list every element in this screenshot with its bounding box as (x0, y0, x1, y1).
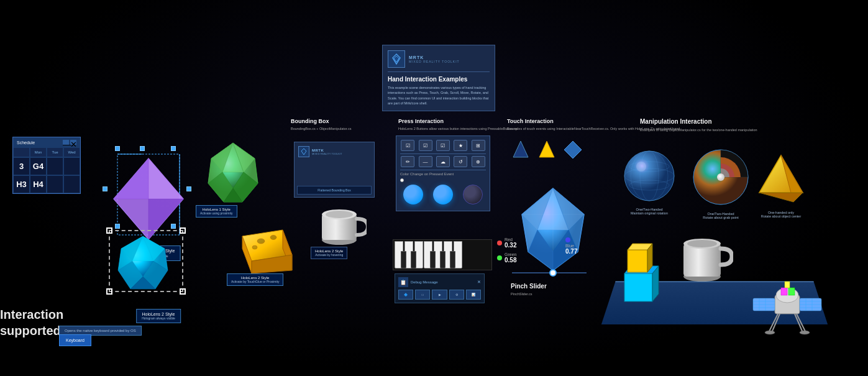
flat-panel-header: MRTK MIXED REALITY TOOLKIT (298, 146, 370, 157)
svg-point-57 (717, 173, 724, 181)
svg-point-32 (252, 245, 257, 249)
red-slider-row: Red 0.32 (497, 237, 516, 249)
lander-svg (750, 277, 825, 345)
flat-panel-footer: Flattened Bounding Box (297, 186, 372, 195)
touch-shape-1 (511, 140, 531, 160)
color-sliders-container: Red 0.32 Green 0.58 (497, 237, 516, 264)
press-divider-2 (400, 170, 486, 170)
flat-panel-title-block: MRTK MIXED REALITY TOOLKIT (312, 149, 342, 155)
grid-cell-g4: G4 (30, 157, 47, 175)
close-button[interactable]: ✕ (70, 140, 76, 145)
piano-key-black[interactable] (440, 251, 445, 268)
debug-btn-5[interactable]: 📊 (466, 290, 481, 300)
blue-label: Blue (565, 244, 577, 248)
slider-thumb[interactable] (549, 269, 557, 277)
grid-cell-wed: Wed (63, 147, 80, 157)
flat-panel-subtitle: MIXED REALITY TOOLKIT (312, 152, 342, 155)
press-btn-check2[interactable]: ☑ (419, 140, 432, 151)
holol2-label-text: HoloLens 2 Style (142, 312, 175, 316)
keyboard-badge-button[interactable]: Keyboard (59, 334, 91, 346)
svg-marker-61 (759, 193, 803, 202)
press-row-1: ☑ ☑ ☑ ★ ⊞ (400, 140, 486, 151)
flat-panel-logo (298, 146, 309, 157)
grid-cell-h3: H3 (13, 175, 30, 193)
piano-key-black[interactable] (450, 251, 455, 268)
minimize-button[interactable]: — (63, 140, 69, 145)
red-dot (497, 241, 502, 245)
globe-label: One/Two-HandedMaintain original rotation (621, 208, 677, 215)
cyan-round-button-2[interactable] (433, 185, 453, 204)
cyan-sphere[interactable] (112, 233, 174, 298)
debug-btn-3[interactable]: ▶ (432, 290, 447, 300)
info-panel-title: Hand Interaction Examples (388, 76, 490, 83)
debug-message-panel: 📋 Debug Message ✕ 🔷 □ ▶ ⚙ 📊 (395, 273, 485, 303)
bb2-corner-handle[interactable] (180, 288, 186, 295)
dot-indicator (400, 178, 404, 182)
mrtk-logo-icon (388, 50, 405, 68)
press-btn-minus[interactable]: — (419, 156, 432, 167)
green-ico-sublabel: Activate using proximity (200, 211, 233, 215)
svg-marker-33 (301, 149, 306, 155)
cyan-round-button[interactable] (403, 185, 423, 204)
schedule-title: Schedule (17, 140, 35, 145)
pinch-slider-track[interactable] (512, 267, 587, 280)
press-btn-cloud[interactable]: ☁ (436, 156, 450, 167)
piano-keys (395, 241, 462, 268)
debug-btn-4[interactable]: ⚙ (449, 290, 464, 300)
press-interaction-title: Press Interaction (398, 118, 444, 124)
press-btn-grid[interactable]: ⊞ (472, 140, 485, 151)
blue-dot (565, 237, 570, 242)
press-btn-check3[interactable]: ☑ (436, 140, 450, 151)
big-button-row (400, 185, 486, 204)
svg-rect-93 (788, 288, 795, 295)
touch-shape-3 (563, 140, 583, 160)
manipulation-subtitle: Examples of using ObjectManipulator.cs f… (640, 128, 757, 132)
piano-key-black[interactable] (401, 251, 406, 268)
touch-shape-2 (537, 140, 557, 160)
pinch-slider-title: Pinch Slider (511, 283, 547, 290)
red-slider-label: Red 0.32 (505, 237, 516, 249)
grid-cell-empty3 (47, 175, 63, 193)
bb2-corner-handle[interactable] (180, 227, 186, 234)
svg-point-31 (270, 236, 276, 240)
grid-cell-mon: Mon (30, 147, 47, 157)
svg-marker-9 (148, 158, 183, 199)
press-btn-check[interactable]: ☑ (401, 140, 414, 151)
press-btn-pencil[interactable]: ✏ (401, 156, 414, 167)
schedule-grid: Mon Tue Wed 3 G4 H3 H4 (13, 147, 80, 193)
panel-controls: — ✕ (63, 140, 76, 145)
mrtk-title-block: MRTK MIXED REALITY TOOLKIT (409, 55, 460, 63)
piano-keyboard[interactable] (393, 239, 492, 270)
press-divider (400, 154, 486, 154)
green-ico-container (199, 140, 267, 214)
yellow-tetra-label: One-handed onlyRotate about object cente… (756, 211, 806, 218)
debug-icon: 📋 (398, 277, 408, 287)
blue-value: 0.77 (565, 248, 577, 255)
press-btn-add[interactable]: ⊕ (472, 156, 485, 167)
green-dot (497, 255, 502, 260)
svg-point-90 (765, 331, 775, 334)
piano-key-black[interactable] (411, 251, 416, 268)
debug-btn-1[interactable]: 🔷 (398, 290, 413, 300)
blue-slider-container: Blue 0.77 (565, 237, 577, 255)
debug-btn-2[interactable]: □ (415, 290, 430, 300)
green-label: Green (505, 252, 516, 257)
press-btn-star[interactable]: ★ (454, 140, 467, 151)
color-sliders: Red 0.32 Green 0.58 (497, 237, 516, 264)
svg-marker-38 (513, 141, 528, 157)
grid-cell-empty1 (47, 157, 63, 175)
dark-round-button[interactable] (463, 185, 483, 204)
stacked-cubes (615, 224, 665, 307)
press-btn-refresh[interactable]: ↺ (454, 156, 467, 167)
bounding-box-subtitle: BoundingBox.cs + ObjectManipulator.cs (291, 127, 351, 131)
touch-shape-row (511, 140, 583, 160)
white-mug-svg (677, 230, 733, 286)
pinch-slider-subtitle: PinchSlider.cs (511, 292, 532, 296)
piano-key-black[interactable] (430, 251, 436, 268)
left-schedule-panel: Schedule — ✕ Mon Tue Wed 3 G4 H3 H4 (12, 137, 81, 194)
mug-container (317, 205, 367, 251)
svg-point-71 (687, 240, 717, 247)
holol2-sublabel-text: Hologram always visible (142, 316, 175, 320)
debug-close[interactable]: ✕ (477, 280, 481, 285)
green-slider-row: Green 0.58 (497, 252, 516, 264)
